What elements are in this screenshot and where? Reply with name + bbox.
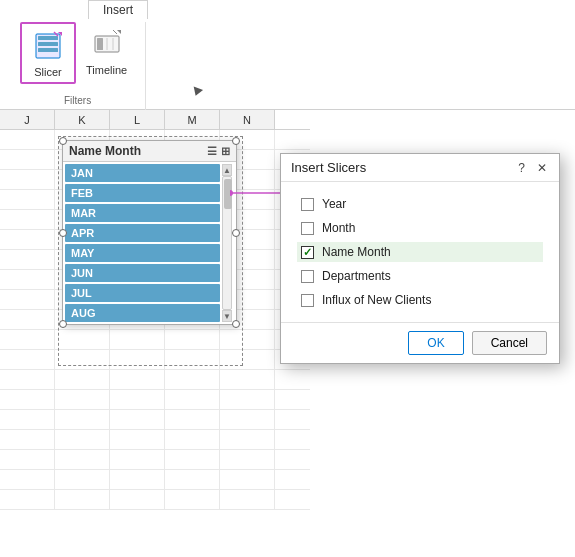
insert-tab[interactable]: Insert xyxy=(88,0,148,19)
dialog-titlebar: Insert Slicers ? ✕ xyxy=(281,154,559,182)
dialog-body: Year Month ✓ Name Month Departments Infl… xyxy=(281,182,559,322)
slicer-body: JAN FEB MAR APR MAY JUN JUL AUG ▲ ▼ xyxy=(63,162,236,324)
ok-button[interactable]: OK xyxy=(408,331,463,355)
resize-handle-tl[interactable] xyxy=(59,137,67,145)
field-departments-row[interactable]: Departments xyxy=(297,266,543,286)
svg-rect-3 xyxy=(38,48,58,52)
svg-rect-2 xyxy=(38,42,58,46)
slicer-item-jun[interactable]: JUN xyxy=(65,264,220,282)
slicer-item-apr[interactable]: APR xyxy=(65,224,220,242)
slicer-item-may[interactable]: MAY xyxy=(65,244,220,262)
grid-row xyxy=(0,490,310,510)
field-year-label: Year xyxy=(322,197,346,211)
slicer-multiselect-icon[interactable]: ⊞ xyxy=(221,145,230,158)
resize-handle-mr[interactable] xyxy=(232,229,240,237)
field-month-checkbox[interactable] xyxy=(301,222,314,235)
col-k: K xyxy=(55,110,110,129)
slicer-scrollbar-track xyxy=(222,176,232,310)
field-influx-row[interactable]: Influx of New Clients xyxy=(297,290,543,310)
col-j: J xyxy=(0,110,55,129)
filters-group: Slicer Timeline xyxy=(10,22,146,110)
slicer-icon xyxy=(30,28,66,64)
field-year-row[interactable]: Year xyxy=(297,194,543,214)
field-name-month-checkbox[interactable]: ✓ xyxy=(301,246,314,259)
slicer-scrollbar-thumb[interactable] xyxy=(224,179,232,209)
insert-slicers-dialog: Insert Slicers ? ✕ Year Month ✓ Name Mon… xyxy=(280,153,560,364)
col-l: L xyxy=(110,110,165,129)
slicer-widget: Name Month ☰ ⊞ JAN FEB MAR APR MAY JUN J… xyxy=(62,140,237,325)
field-month-row[interactable]: Month xyxy=(297,218,543,238)
field-departments-label: Departments xyxy=(322,269,391,283)
col-m: M xyxy=(165,110,220,129)
field-influx-label: Influx of New Clients xyxy=(322,293,431,307)
field-name-month-label: Name Month xyxy=(322,245,391,259)
col-n: N xyxy=(220,110,275,129)
slicer-scroll-up[interactable]: ▲ xyxy=(222,164,232,176)
svg-rect-6 xyxy=(97,38,103,50)
dialog-title: Insert Slicers xyxy=(291,160,366,175)
grid-row xyxy=(0,410,310,430)
field-month-label: Month xyxy=(322,221,355,235)
resize-handle-tr[interactable] xyxy=(232,137,240,145)
slicer-items: JAN FEB MAR APR MAY JUN JUL AUG xyxy=(65,164,220,322)
slicer-button[interactable]: Slicer xyxy=(20,22,76,84)
slicer-header-icons: ☰ ⊞ xyxy=(207,145,230,158)
timeline-button[interactable]: Timeline xyxy=(78,22,135,80)
timeline-button-label: Timeline xyxy=(86,64,127,76)
ribbon-content: Slicer Timeline xyxy=(10,4,146,110)
grid-row xyxy=(0,450,310,470)
cursor-arrow xyxy=(191,87,203,98)
slicer-title: Name Month xyxy=(69,144,141,158)
slicer-clear-filter-icon[interactable]: ☰ xyxy=(207,145,217,158)
dialog-titlebar-actions: ? ✕ xyxy=(516,161,549,175)
slicer-item-aug[interactable]: AUG xyxy=(65,304,220,322)
slicer-item-jan[interactable]: JAN xyxy=(65,164,220,182)
field-name-month-row[interactable]: ✓ Name Month xyxy=(297,242,543,262)
ribbon: Insert Slicer xyxy=(0,0,575,110)
grid-row xyxy=(0,430,310,450)
field-departments-checkbox[interactable] xyxy=(301,270,314,283)
dialog-close-button[interactable]: ✕ xyxy=(535,161,549,175)
checkmark-icon: ✓ xyxy=(303,246,312,259)
grid-row xyxy=(0,350,310,370)
slicer-item-jul[interactable]: JUL xyxy=(65,284,220,302)
grid-header: J K L M N xyxy=(0,110,310,130)
grid-row xyxy=(0,470,310,490)
slicer-header: Name Month ☰ ⊞ xyxy=(63,141,236,162)
filters-group-label: Filters xyxy=(64,95,91,106)
timeline-icon xyxy=(89,26,125,62)
resize-handle-ml[interactable] xyxy=(59,229,67,237)
field-influx-checkbox[interactable] xyxy=(301,294,314,307)
slicer-scroll-down[interactable]: ▼ xyxy=(222,310,232,322)
resize-handle-br[interactable] xyxy=(232,320,240,328)
dialog-help-button[interactable]: ? xyxy=(516,161,527,175)
field-year-checkbox[interactable] xyxy=(301,198,314,211)
slicer-item-feb[interactable]: FEB xyxy=(65,184,220,202)
svg-rect-1 xyxy=(38,36,58,40)
dialog-footer: OK Cancel xyxy=(281,322,559,363)
grid-row xyxy=(0,330,310,350)
slicer-button-label: Slicer xyxy=(34,66,62,78)
cancel-button[interactable]: Cancel xyxy=(472,331,547,355)
slicer-scrollbar: ▲ ▼ xyxy=(222,164,234,322)
svg-marker-9 xyxy=(117,30,121,34)
slicer-item-mar[interactable]: MAR xyxy=(65,204,220,222)
resize-handle-bl[interactable] xyxy=(59,320,67,328)
grid-row xyxy=(0,390,310,410)
grid-row xyxy=(0,370,310,390)
